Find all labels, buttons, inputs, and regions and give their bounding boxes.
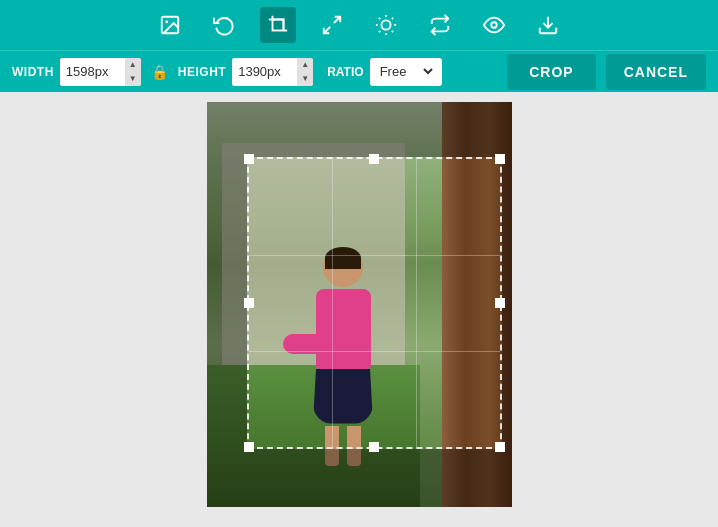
crop-handle-tl[interactable]	[244, 154, 254, 164]
overlay-bottom	[207, 449, 512, 507]
height-input[interactable]	[232, 58, 297, 86]
crop-overlay[interactable]	[207, 102, 512, 507]
gallery-icon[interactable]	[152, 7, 188, 43]
rotate-icon[interactable]	[206, 7, 242, 43]
resize-icon[interactable]	[314, 7, 350, 43]
svg-point-1	[165, 20, 168, 23]
crop-icon[interactable]	[260, 7, 296, 43]
crop-handle-tr[interactable]	[495, 154, 505, 164]
crop-grid-h2	[249, 351, 500, 352]
svg-line-4	[324, 27, 330, 33]
height-input-wrap: ▲ ▼	[232, 58, 313, 86]
svg-rect-2	[273, 20, 284, 31]
crop-handle-bm[interactable]	[369, 442, 379, 452]
ratio-select[interactable]: Free 1:1 4:3 16:9 3:2	[376, 63, 436, 80]
svg-line-3	[334, 17, 340, 23]
canvas-area	[0, 92, 718, 527]
svg-point-14	[491, 22, 497, 28]
crop-grid-h1	[249, 255, 500, 256]
width-input[interactable]	[60, 58, 125, 86]
ratio-label: RATIO	[327, 65, 363, 79]
width-up-spinner[interactable]: ▲	[125, 58, 141, 72]
image-container	[207, 102, 512, 507]
width-spinners: ▲ ▼	[125, 58, 141, 86]
crop-button[interactable]: CROP	[507, 54, 595, 90]
crop-grid-v2	[416, 159, 417, 447]
height-spinners: ▲ ▼	[297, 58, 313, 86]
toolbar	[0, 0, 718, 50]
crop-handle-bl[interactable]	[244, 442, 254, 452]
svg-line-12	[379, 31, 380, 32]
crop-handle-ml[interactable]	[244, 298, 254, 308]
overlay-top	[207, 102, 512, 157]
cancel-button[interactable]: CANCEL	[606, 54, 706, 90]
eye-icon[interactable]	[476, 7, 512, 43]
svg-line-9	[392, 31, 393, 32]
height-label: HEIGHT	[178, 65, 226, 79]
controls-bar: WIDTH ▲ ▼ 🔒 HEIGHT ▲ ▼ RATIO Free 1:1 4:…	[0, 50, 718, 92]
svg-point-5	[381, 20, 390, 29]
svg-line-13	[392, 18, 393, 19]
height-down-spinner[interactable]: ▼	[297, 72, 313, 86]
width-label: WIDTH	[12, 65, 54, 79]
svg-line-8	[379, 18, 380, 19]
crop-grid-v1	[332, 159, 333, 447]
ratio-select-wrap: Free 1:1 4:3 16:9 3:2	[370, 58, 442, 86]
width-down-spinner[interactable]: ▼	[125, 72, 141, 86]
flip-icon[interactable]	[422, 7, 458, 43]
lock-icon: 🔒	[147, 64, 172, 80]
crop-handle-mr[interactable]	[495, 298, 505, 308]
width-input-wrap: ▲ ▼	[60, 58, 141, 86]
height-up-spinner[interactable]: ▲	[297, 58, 313, 72]
crop-handle-br[interactable]	[495, 442, 505, 452]
crop-box[interactable]	[247, 157, 502, 449]
crop-handle-tm[interactable]	[369, 154, 379, 164]
download-icon[interactable]	[530, 7, 566, 43]
overlay-left	[207, 157, 247, 449]
brightness-icon[interactable]	[368, 7, 404, 43]
